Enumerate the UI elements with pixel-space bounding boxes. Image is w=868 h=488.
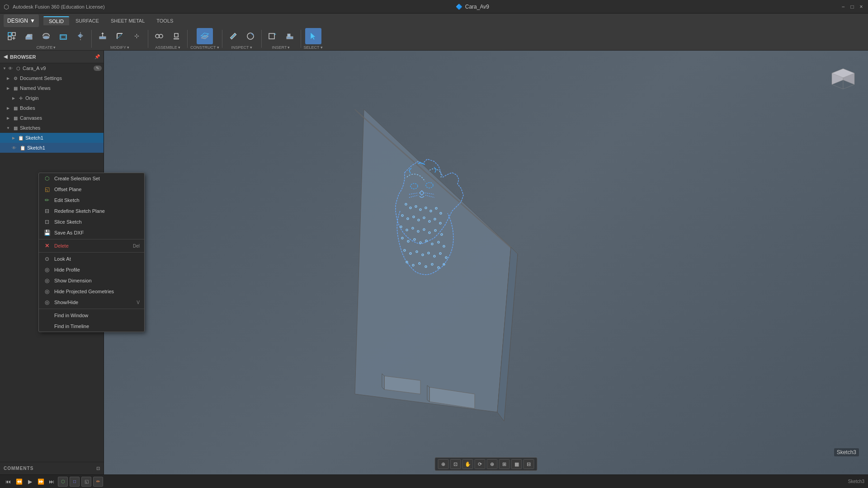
toolbar-group-create: CREATE ▾ (4, 28, 89, 50)
construct-offset-plane-btn[interactable] (197, 28, 213, 44)
create-mirror-btn[interactable] (72, 28, 89, 44)
tree-item-sketches[interactable]: ▼ ▦ Sketches (0, 123, 104, 133)
vp-grid-btn[interactable]: ⊡ (450, 459, 461, 469)
create-shell-btn[interactable] (55, 28, 71, 44)
insert-group-label[interactable]: INSERT ▾ (272, 45, 290, 50)
tree-item-document-settings[interactable]: ▶ ⚙ Document Settings (0, 73, 104, 83)
context-save-dxf[interactable]: 💾 Save As DXF (39, 227, 144, 238)
tree-item-sketch2[interactable]: 👁 📋 Sketch1 (0, 143, 104, 153)
create-new-component-btn[interactable] (4, 28, 20, 44)
origin-icon: ✛ (17, 94, 24, 102)
inspect-group-label[interactable]: INSPECT ▾ (231, 45, 252, 50)
tree-item-canvases[interactable]: ▶ ▦ Canvases (0, 113, 104, 123)
svg-rect-2 (8, 37, 11, 40)
inspect-analysis-btn[interactable] (242, 28, 259, 44)
vp-display-settings-btn[interactable]: ⊕ (438, 459, 449, 469)
context-hide-projected-geometries[interactable]: ◎ Hide Projected Geometries (39, 286, 144, 297)
insert-canvas-btn[interactable]: + (264, 28, 281, 44)
context-offset-plane[interactable]: ◱ Offset Plane (39, 184, 144, 195)
timeline-skip-fwd-btn[interactable]: ⏭ (47, 477, 56, 486)
comments-expand-button[interactable]: ⊡ (96, 466, 100, 471)
context-delete[interactable]: ✕ Delete Del (39, 240, 144, 251)
vp-pan-btn[interactable]: ✋ (462, 459, 473, 469)
context-create-selection-set[interactable]: ⬡ Create Selection Set (39, 173, 144, 184)
canvases-icon: ▦ (12, 114, 19, 122)
vp-zoom-btn[interactable]: ⊕ (487, 459, 498, 469)
select-cursor-btn[interactable] (305, 28, 321, 44)
viewport[interactable]: Sketch3 ⊕ ⊡ ✋ ⟳ ⊕ ⊞ ▦ ⊟ (104, 51, 868, 474)
inspect-measure-btn[interactable] (225, 28, 241, 44)
bodies-icon: ▦ (12, 104, 19, 112)
tab-surface[interactable]: SURFACE (70, 17, 104, 25)
root-icon: ⬡ (14, 65, 22, 72)
vp-view-mode-btn[interactable]: ▦ (511, 459, 522, 469)
timeline-item-3[interactable]: ◱ (81, 477, 91, 487)
timeline-play-btn[interactable]: ▶ (25, 477, 34, 486)
assemble-joint-btn[interactable] (151, 28, 167, 44)
vp-fit-btn[interactable]: ⊞ (499, 459, 510, 469)
svg-marker-14 (80, 33, 83, 38)
context-find-window[interactable]: Find in Window (39, 310, 144, 321)
timeline-item-4[interactable]: ✏ (93, 477, 103, 487)
create-group-label[interactable]: CREATE ▾ (37, 45, 56, 50)
context-find-timeline[interactable]: Find in Timeline (39, 321, 144, 332)
create-extrude-btn[interactable] (21, 28, 37, 44)
insert-label-text: INSERT (272, 45, 287, 50)
svg-line-98 (832, 84, 843, 89)
create-revolve-btn[interactable] (38, 28, 54, 44)
context-redefine-sketch-plane[interactable]: ⊟ Redefine Sketch Plane (39, 206, 144, 216)
tree-item-bodies[interactable]: ▶ ▦ Bodies (0, 103, 104, 113)
design-button[interactable]: DESIGN ▼ (4, 14, 39, 27)
sketch2-eye[interactable]: 👁 (11, 145, 17, 151)
assemble-ground-btn[interactable] (168, 28, 184, 44)
context-show-dimension[interactable]: ◎ Show Dimension (39, 275, 144, 286)
timeline-item-1[interactable]: ⬡ (58, 477, 68, 487)
sketch2-icon: 📋 (19, 144, 26, 151)
context-edit-sketch[interactable]: ✏ Edit Sketch (39, 195, 144, 206)
construct-group-label[interactable]: CONSTRUCT ▾ (190, 45, 219, 50)
timeline-item-2[interactable]: □ (70, 477, 80, 487)
modify-group-label[interactable]: MODIFY ▾ (110, 45, 129, 50)
vp-orbit-btn[interactable]: ⟳ (475, 459, 486, 469)
timeline-prev-btn[interactable]: ⏪ (14, 477, 24, 486)
sketch1-icon: 📋 (17, 134, 24, 141)
toolbar-group-assemble: ASSEMBLE ▾ (151, 28, 184, 50)
tab-tools[interactable]: TOOLS (151, 17, 179, 25)
modify-press-pull-btn[interactable] (94, 28, 111, 44)
minimize-button[interactable]: − (840, 4, 846, 10)
timeline-next-btn[interactable]: ⏩ (36, 477, 45, 486)
find-window-icon (43, 312, 51, 319)
context-sep3 (39, 309, 144, 309)
tab-solid[interactable]: SOLID (43, 16, 69, 25)
tree-item-origin[interactable]: ▶ ✛ Origin (0, 93, 104, 103)
timeline-skip-back-btn[interactable]: ⏮ (4, 477, 13, 486)
assemble-group-label[interactable]: ASSEMBLE ▾ (155, 45, 180, 50)
svg-marker-41 (427, 385, 429, 402)
browser-pin-button[interactable]: 📌 (94, 54, 100, 59)
vp-visual-style-btn[interactable]: ⊟ (524, 459, 534, 469)
file-title: Cara_Av9 (465, 4, 489, 10)
context-show-hide[interactable]: ◎ Show/Hide V (39, 297, 144, 308)
tree-item-named-views[interactable]: ▶ ▦ Named Views (0, 83, 104, 93)
sep6 (301, 30, 301, 48)
modify-move-btn[interactable]: ⊹ (129, 28, 145, 44)
browser-title-text: BROWSER (10, 54, 36, 60)
context-hide-profile[interactable]: ◎ Hide Profile (39, 264, 144, 275)
tab-sheet-metal[interactable]: SHEET METAL (105, 17, 150, 25)
root-eye-icon[interactable]: 👁 (7, 65, 14, 71)
close-button[interactable]: × (858, 4, 864, 10)
select-group-label[interactable]: SELECT ▾ (304, 45, 323, 50)
sketches-icon: ▦ (12, 124, 19, 131)
tree-item-sketch1[interactable]: ▶ 📋 Sketch1 (0, 133, 104, 143)
show-dimension-icon: ◎ (43, 277, 51, 284)
tree-item-root[interactable]: ▼ 👁 ⬡ Cara_A v9 ✎ (0, 63, 104, 73)
viewcube[interactable] (823, 60, 859, 96)
modify-fillet-btn[interactable] (112, 28, 128, 44)
maximize-button[interactable]: □ (849, 4, 855, 10)
sep5 (261, 30, 262, 48)
insert-decal-btn[interactable] (282, 28, 298, 44)
browser-collapse-icon[interactable]: ◀ (4, 54, 7, 60)
context-slice-sketch[interactable]: ⊡ Slice Sketch (39, 216, 144, 227)
context-look-at[interactable]: ⊙ Look At (39, 253, 144, 264)
construct-label-text: CONSTRUCT (190, 45, 216, 50)
